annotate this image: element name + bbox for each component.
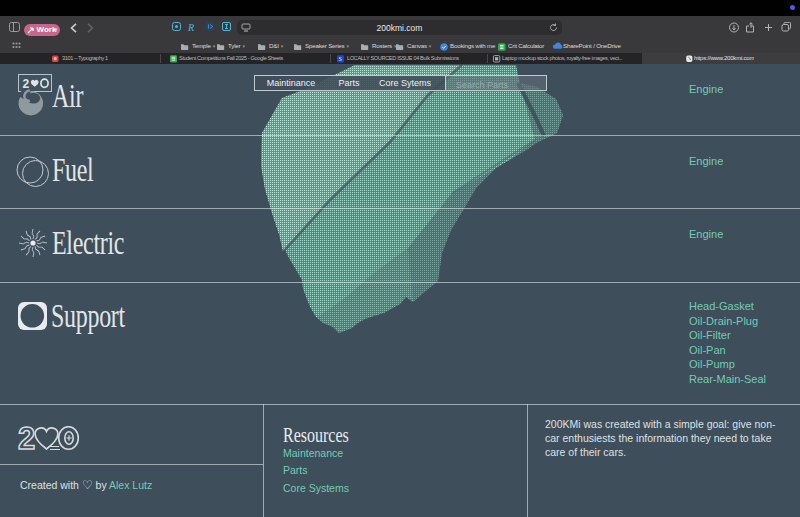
- svg-text:R: R: [187, 22, 194, 32]
- svg-text:S: S: [339, 56, 342, 62]
